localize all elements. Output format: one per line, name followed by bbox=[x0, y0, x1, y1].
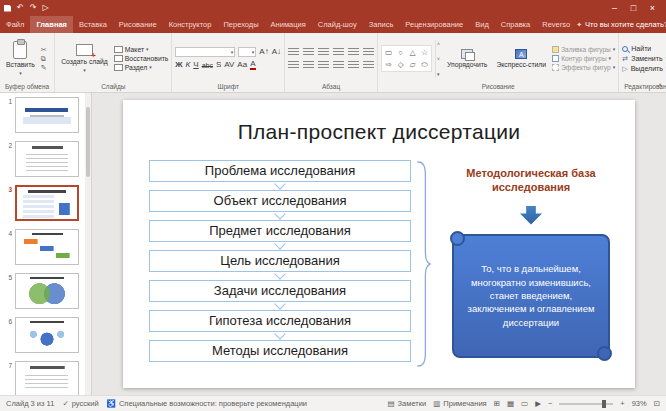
slide-thumbnail[interactable]: 1 bbox=[0, 93, 91, 137]
language-button[interactable]: ✓ русский bbox=[62, 399, 98, 408]
maximize-button[interactable]: □ bbox=[624, 0, 643, 16]
quick-styles-button[interactable]: А Экспресс-стили bbox=[493, 47, 549, 71]
shape-fill-button[interactable]: Заливка фигуры ▾ bbox=[552, 46, 615, 53]
oval-shape-icon[interactable]: ⬭ bbox=[419, 59, 430, 70]
ribbon-tab[interactable]: Вставка bbox=[73, 16, 113, 33]
start-slideshow-icon[interactable]: ▷ bbox=[42, 4, 48, 12]
scroll-shape[interactable]: То, что в дальнейшем, многократно измени… bbox=[452, 234, 610, 358]
methodology-heading[interactable]: Методологическая база исследования bbox=[445, 166, 617, 195]
slide-thumbnail[interactable]: 7 bbox=[0, 357, 91, 395]
strikethrough-button[interactable]: abc bbox=[202, 62, 213, 69]
ribbon-tab[interactable]: Вид bbox=[469, 16, 495, 33]
scroll-down-icon[interactable]: ˅ bbox=[437, 56, 440, 62]
italic-button[interactable]: К bbox=[186, 61, 191, 69]
star-shape-icon[interactable]: ☆ bbox=[419, 47, 430, 58]
save-icon[interactable] bbox=[4, 5, 11, 12]
slide-thumbnail[interactable]: 5 bbox=[0, 269, 91, 313]
undo-icon[interactable]: ↶ bbox=[17, 4, 24, 12]
accessibility-checker[interactable]: ♿ Специальные возможности: проверьте рек… bbox=[107, 399, 307, 408]
scroll-up-icon[interactable]: ˄ bbox=[437, 41, 440, 47]
align-center-icon[interactable] bbox=[303, 61, 314, 70]
slide-thumbnail[interactable]: 3 bbox=[0, 181, 91, 225]
slide-sorter-icon[interactable]: ▦ bbox=[507, 400, 514, 408]
diamond-shape-icon[interactable]: ◇ bbox=[395, 59, 406, 70]
down-arrow-shape[interactable] bbox=[520, 206, 542, 225]
arrow-shape-icon[interactable]: ⇨ bbox=[383, 59, 394, 70]
line-spacing-icon[interactable] bbox=[348, 48, 359, 57]
thumbnails-scrollbar[interactable] bbox=[85, 93, 91, 395]
character-spacing-button[interactable]: AV bbox=[224, 61, 234, 69]
close-button[interactable]: × bbox=[643, 0, 662, 16]
ribbon-tab[interactable]: Анимация bbox=[265, 16, 312, 33]
comments-button[interactable]: ▥ Примечания bbox=[433, 399, 486, 408]
slideshow-view-icon[interactable]: ▶ bbox=[535, 400, 541, 408]
gallery-more-icon[interactable]: ▾ bbox=[437, 71, 440, 77]
bold-button[interactable]: Ж bbox=[175, 61, 182, 69]
arrange-button[interactable]: Упорядочить bbox=[444, 47, 490, 71]
normal-view-icon[interactable]: ⊞ bbox=[494, 400, 500, 408]
triangle-shape-icon[interactable]: △ bbox=[407, 47, 418, 58]
shape-effects-button[interactable]: Эффекты фигур ▾ bbox=[552, 64, 615, 71]
zoom-slider[interactable] bbox=[559, 403, 613, 405]
find-button[interactable]: Найти bbox=[622, 45, 666, 52]
minimize-button[interactable]: – bbox=[605, 0, 624, 16]
shape-outline-button[interactable]: Контур фигуры ▾ bbox=[552, 55, 615, 62]
redo-icon[interactable]: ↷ bbox=[30, 4, 37, 12]
indent-increase-icon[interactable] bbox=[333, 48, 344, 57]
ribbon-tab[interactable]: Reverso bbox=[536, 16, 576, 33]
slide-title[interactable]: План-проспект диссертации bbox=[123, 120, 635, 144]
slide-canvas[interactable]: План-проспект диссертации Проблема иссле… bbox=[92, 93, 666, 395]
text-shadow-button[interactable]: S bbox=[216, 61, 221, 69]
zoom-in-button[interactable]: + bbox=[620, 400, 624, 408]
scrollbar-thumb[interactable] bbox=[86, 107, 90, 177]
ribbon-tab[interactable]: Главная bbox=[30, 16, 73, 33]
shapes-gallery-scroll[interactable]: ˄ ˅ ▾ bbox=[435, 40, 441, 78]
paste-button[interactable]: Вставить ▾ bbox=[3, 39, 38, 78]
zoom-slider-thumb[interactable] bbox=[602, 400, 606, 408]
decrease-font-icon[interactable]: А↓ bbox=[272, 48, 281, 56]
ribbon-tab[interactable]: Конструктор bbox=[163, 16, 218, 33]
zoom-out-button[interactable]: − bbox=[548, 400, 552, 408]
tell-me-search[interactable]: ✦ Что вы хотите сделать? bbox=[576, 16, 666, 33]
parallelogram-shape-icon[interactable]: ▱ bbox=[407, 59, 418, 70]
justify-icon[interactable] bbox=[333, 61, 344, 70]
slide-thumbnail[interactable]: 4 bbox=[0, 225, 91, 269]
zoom-percentage[interactable]: 93% bbox=[632, 399, 647, 408]
slide-editing-surface[interactable]: План-проспект диссертации Проблема иссле… bbox=[123, 100, 635, 388]
section-button[interactable]: Раздел ▾ bbox=[114, 64, 169, 71]
select-button[interactable]: ▷ Выделить ▾ bbox=[622, 65, 666, 72]
ribbon-tab[interactable]: Файл bbox=[0, 16, 30, 33]
ribbon-tab[interactable]: Справка bbox=[495, 16, 536, 33]
new-slide-button[interactable]: Создать слайд ▾ bbox=[58, 42, 111, 75]
fit-slide-icon[interactable]: ⊡ bbox=[654, 400, 660, 408]
bullets-icon[interactable] bbox=[288, 48, 299, 57]
ellipse-shape-icon[interactable]: ○ bbox=[395, 47, 406, 58]
numbering-icon[interactable] bbox=[303, 48, 314, 57]
cut-icon[interactable]: ✂ bbox=[41, 46, 47, 53]
font-size-combo[interactable]: ▾ bbox=[238, 47, 256, 57]
underline-button[interactable]: Ч bbox=[193, 61, 198, 69]
ribbon-tab[interactable]: Слайд-шоу bbox=[312, 16, 363, 33]
text-direction-icon[interactable] bbox=[363, 48, 374, 57]
font-name-combo[interactable]: ▾ bbox=[175, 47, 235, 57]
notes-button[interactable]: ▤ Заметки bbox=[387, 399, 426, 408]
ribbon-tab[interactable]: Рисование bbox=[113, 16, 163, 33]
reset-button[interactable]: Восстановить bbox=[114, 55, 169, 62]
brace-shape[interactable] bbox=[416, 160, 431, 368]
reading-view-icon[interactable]: ▭ bbox=[521, 400, 528, 408]
ribbon-tab[interactable]: Переходы bbox=[217, 16, 264, 33]
ribbon-tab[interactable]: Запись bbox=[363, 16, 400, 33]
collapse-ribbon-icon[interactable]: ˄ bbox=[658, 82, 662, 89]
process-box[interactable]: Методы исследования bbox=[149, 340, 411, 362]
slide-thumbnail[interactable]: 2 bbox=[0, 137, 91, 181]
copy-icon[interactable]: ⧉ bbox=[41, 55, 47, 62]
format-painter-icon[interactable]: ✎ bbox=[41, 64, 47, 71]
change-case-button[interactable]: Аа bbox=[237, 61, 247, 69]
slide-thumbnail[interactable]: 6 bbox=[0, 313, 91, 357]
font-color-button[interactable]: А bbox=[250, 60, 255, 70]
layout-button[interactable]: Макет ▾ bbox=[114, 46, 169, 53]
rectangle-shape-icon[interactable]: ▭ bbox=[383, 47, 394, 58]
smartart-convert-icon[interactable] bbox=[363, 61, 374, 70]
align-left-icon[interactable] bbox=[288, 61, 299, 70]
increase-font-icon[interactable]: А↑ bbox=[259, 48, 268, 56]
